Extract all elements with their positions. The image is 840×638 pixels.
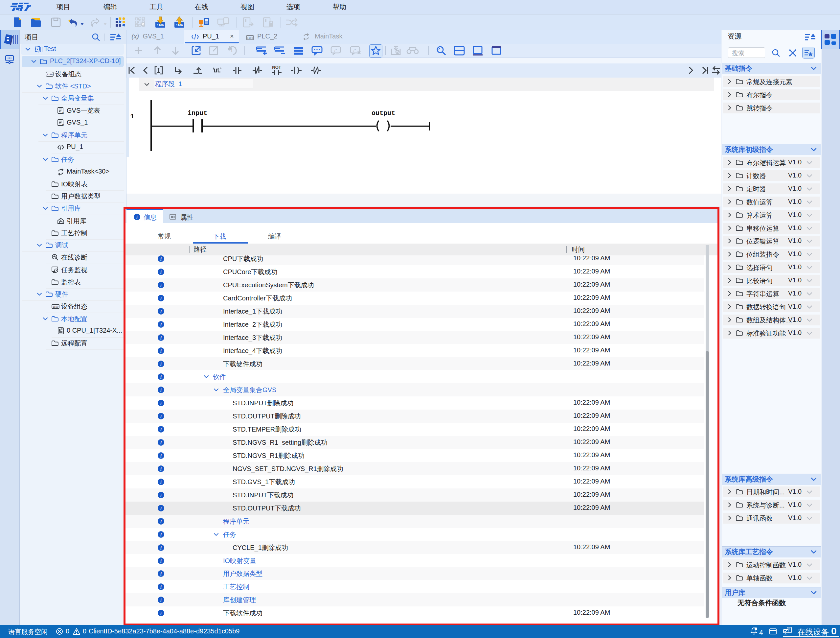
svg-text:x: x: [62, 111, 64, 114]
svg-text:input: input: [188, 109, 207, 117]
svg-text:/*: /*: [335, 47, 337, 52]
svg-text:NOT: NOT: [272, 65, 281, 70]
svg-text:1100: 1100: [52, 306, 59, 308]
svg-text:1100: 1100: [47, 73, 53, 76]
svg-text:1100: 1100: [247, 37, 253, 40]
svg-text:1: 1: [231, 49, 233, 53]
svg-text:/*: /*: [354, 47, 357, 52]
svg-text:x: x: [62, 123, 64, 127]
svg-text:output: output: [371, 109, 395, 117]
svg-text:1100: 1100: [176, 23, 183, 27]
